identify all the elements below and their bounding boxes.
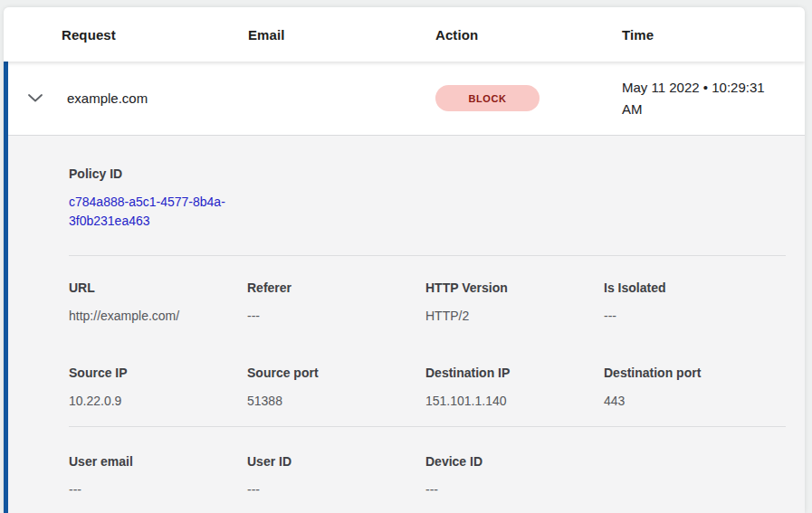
- column-header-email: Email: [248, 27, 435, 43]
- divider: [69, 426, 786, 427]
- field-url: URL http://example.com/: [69, 281, 247, 325]
- chevron-down-icon: [28, 94, 43, 102]
- field-value: 10.22.0.9: [69, 392, 247, 410]
- expanded-row-group: example.com BLOCK May 11 2022 • 10:29:31…: [4, 62, 805, 513]
- row-expand-toggle[interactable]: [8, 62, 62, 135]
- field-value: HTTP/2: [425, 307, 604, 325]
- field-value: ---: [604, 307, 782, 325]
- field-value: ---: [247, 480, 425, 499]
- field-user-id: User ID ---: [247, 455, 425, 499]
- policy-id-link[interactable]: c784a888-a5c1-4577-8b4a-3f0b231ea463: [69, 193, 250, 231]
- field-http-version: HTTP Version HTTP/2: [425, 281, 604, 325]
- field-label: User ID: [247, 455, 425, 469]
- field-value: ---: [247, 307, 425, 325]
- field-label: Source port: [247, 366, 425, 380]
- field-referer: Referer ---: [247, 281, 425, 325]
- field-label: Policy ID: [69, 167, 786, 181]
- field-value: 151.101.1.140: [425, 392, 604, 410]
- field-source-port: Source port 51388: [247, 366, 425, 410]
- field-label: Source IP: [69, 366, 247, 380]
- table-header-row: Request Email Action Time: [4, 7, 805, 62]
- field-is-isolated: Is Isolated ---: [604, 281, 782, 325]
- field-label: Destination port: [604, 366, 782, 380]
- log-table-card: Request Email Action Time example.com BL…: [4, 7, 805, 513]
- field-device-id: Device ID ---: [425, 455, 604, 499]
- column-header-action: Action: [435, 27, 622, 43]
- field-source-ip: Source IP 10.22.0.9: [69, 366, 247, 410]
- field-value: ---: [425, 480, 604, 499]
- field-user-email: User email ---: [69, 455, 247, 499]
- column-header-time: Time: [622, 27, 805, 43]
- detail-field-row: Source IP 10.22.0.9 Source port 51388 De…: [69, 366, 786, 410]
- field-destination-port: Destination port 443: [604, 366, 782, 410]
- divider: [69, 255, 786, 256]
- field-label: HTTP Version: [425, 281, 604, 295]
- field-label: URL: [69, 281, 247, 295]
- table-row[interactable]: example.com BLOCK May 11 2022 • 10:29:31…: [8, 62, 805, 136]
- column-header-request: Request: [62, 27, 248, 43]
- action-block-badge: BLOCK: [435, 85, 540, 111]
- field-value: ---: [69, 480, 247, 499]
- field-value: 443: [604, 392, 782, 410]
- field-value: 51388: [247, 392, 425, 410]
- field-value: http://example.com/: [69, 307, 247, 325]
- field-label: Is Isolated: [604, 281, 782, 295]
- time-cell: May 11 2022 • 10:29:31 AM: [622, 77, 805, 120]
- field-policy-id: Policy ID c784a888-a5c1-4577-8b4a-3f0b23…: [69, 167, 786, 231]
- field-label: User email: [69, 455, 247, 469]
- detail-field-row: User email --- User ID --- Device ID ---: [69, 455, 786, 499]
- field-label: Destination IP: [425, 366, 604, 380]
- action-cell: BLOCK: [435, 85, 622, 111]
- field-destination-ip: Destination IP 151.101.1.140: [425, 366, 604, 410]
- field-label: Referer: [247, 281, 425, 295]
- row-detail-panel: Policy ID c784a888-a5c1-4577-8b4a-3f0b23…: [8, 136, 805, 513]
- field-label: Device ID: [425, 455, 604, 469]
- request-cell: example.com: [62, 90, 248, 106]
- detail-field-row: URL http://example.com/ Referer --- HTTP…: [69, 281, 786, 325]
